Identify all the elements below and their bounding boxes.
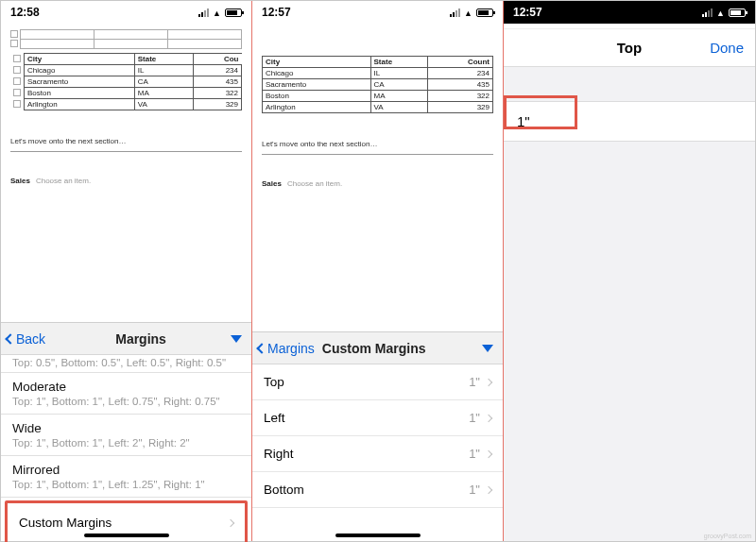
clock: 12:57: [262, 6, 291, 19]
home-indicator: [84, 534, 169, 537]
collapse-icon[interactable]: [231, 335, 242, 343]
status-icons: [450, 7, 493, 18]
sales-row: SalesChoose an item.: [262, 179, 493, 188]
clock: 12:58: [10, 6, 40, 19]
margin-option-moderate[interactable]: Moderate Top: 1", Bottom: 1", Left: 0.75…: [1, 373, 251, 415]
wifi-icon: [213, 7, 221, 18]
status-bar: 12:57: [504, 1, 755, 24]
battery-icon: [729, 8, 746, 17]
home-indicator: [335, 534, 421, 537]
custom-margins-panel: Margins Custom Margins Top 1" Left 1" Ri…: [252, 331, 503, 541]
blank-table: [10, 29, 242, 49]
panel-title: Custom Margins: [320, 341, 482, 356]
margins-panel: Back Margins Top: 0.5", Bottom: 0.5", Le…: [1, 322, 251, 541]
margin-top-row[interactable]: Top 1": [252, 364, 503, 400]
chevron-left-icon: [5, 333, 15, 344]
margin-right-row[interactable]: Right 1": [252, 436, 503, 472]
battery-icon: [476, 8, 493, 17]
document-preview: City State Count ChicagoIL234 Sacramento…: [252, 24, 503, 188]
screenshot-margins-list: 12:58 City State Cou ChicagoIL234: [1, 1, 252, 541]
back-button[interactable]: Margins: [252, 341, 320, 356]
cellular-icon: [702, 8, 713, 17]
chevron-left-icon: [256, 343, 266, 353]
th-city: City: [25, 54, 135, 65]
sales-row: SalesChoose an item.: [10, 177, 242, 185]
chevron-right-icon: [485, 449, 492, 457]
chevron-right-icon: [485, 378, 492, 385]
margin-option-mirrored[interactable]: Mirrored Top: 1", Bottom: 1", Left: 1.25…: [1, 456, 251, 498]
chevron-right-icon: [227, 518, 234, 526]
panel-title: Margins: [51, 331, 231, 347]
th-state: State: [370, 57, 428, 68]
cellular-icon: [198, 8, 209, 17]
data-table: City State Count ChicagoIL234 Sacramento…: [262, 56, 493, 113]
screenshot-custom-margins: 12:57 City State Count ChicagoIL234 Sacr…: [252, 1, 504, 541]
data-table: City State Cou ChicagoIL234 SacramentoCA…: [10, 53, 242, 110]
clock: 12:57: [513, 6, 542, 19]
status-icons: [702, 7, 746, 18]
status-icons: [198, 7, 242, 18]
watermark: groovyPost.com: [704, 533, 751, 539]
top-editor-header: Top Done: [504, 29, 755, 67]
margin-option-wide[interactable]: Wide Top: 1", Bottom: 1", Left: 2", Righ…: [1, 415, 251, 456]
collapse-icon[interactable]: [482, 345, 493, 352]
status-bar: 12:57: [252, 1, 503, 24]
th-count: Cou: [193, 54, 241, 65]
th-city: City: [263, 57, 371, 68]
status-bar: 12:58: [1, 1, 251, 24]
top-editor-body: 1": [504, 67, 755, 541]
battery-icon: [225, 8, 242, 17]
margin-bottom-row[interactable]: Bottom 1": [252, 472, 503, 508]
screenshot-top-value: 12:57 Top Done 1" groovyPost.com: [504, 1, 755, 541]
th-count: Count: [428, 57, 493, 68]
wifi-icon: [716, 7, 725, 18]
margin-option-narrow-cut[interactable]: Top: 0.5", Bottom: 0.5", Left: 0.5", Rig…: [1, 355, 251, 373]
body-text: Let's move onto the next section…: [10, 137, 242, 145]
chevron-right-icon: [485, 485, 492, 493]
margin-left-row[interactable]: Left 1": [252, 400, 503, 436]
cellular-icon: [450, 8, 460, 17]
back-button[interactable]: Back: [1, 331, 51, 347]
done-button[interactable]: Done: [710, 40, 744, 56]
th-state: State: [134, 54, 193, 65]
wifi-icon: [464, 7, 472, 18]
highlight-value: [504, 95, 577, 129]
chevron-right-icon: [485, 414, 492, 421]
document-preview: City State Cou ChicagoIL234 SacramentoCA…: [1, 24, 251, 185]
body-text: Let's move onto the next section…: [262, 140, 493, 148]
